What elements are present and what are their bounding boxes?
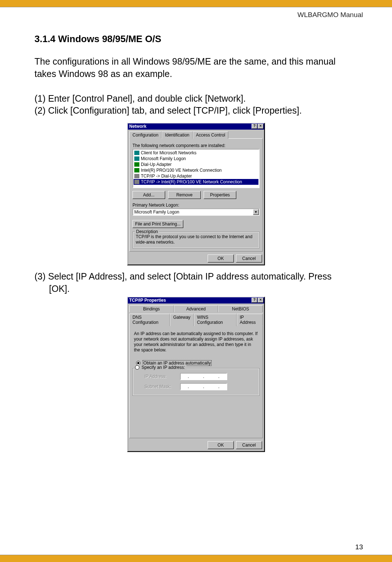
help-button[interactable]: ? — [252, 124, 257, 129]
radio-icon — [135, 365, 139, 370]
chevron-down-icon[interactable]: ▼ — [253, 209, 259, 215]
network-tabs: Configuration Identification Access Cont… — [128, 130, 264, 138]
tab-identification[interactable]: Identification — [162, 131, 192, 139]
list-item-label: Microsoft Family Logon — [141, 156, 186, 161]
specify-groupbox: Specify an IP address: IP Address: ... S… — [132, 368, 260, 396]
tcpip-tabs-row1: Bindings Advanced NetBIOS — [128, 304, 264, 312]
step-3-line1: (3) Select [IP Address], and select [Obt… — [34, 271, 331, 281]
network-title: Network — [129, 124, 146, 129]
section-heading: 3.1.4 Windows 98/95/ME O/S — [34, 33, 358, 45]
network-dialog: Network ? × Configuration Identification… — [127, 123, 265, 265]
subnet-mask-input[interactable]: ... — [180, 383, 227, 390]
tab-configuration[interactable]: Configuration — [129, 131, 162, 139]
description-groupbox: Description TCP/IP is the protocol you u… — [132, 232, 260, 248]
client-icon — [134, 151, 139, 155]
tcpip-dialog: TCP/IP Properties ? × Bindings Advanced … — [127, 297, 265, 452]
close-button[interactable]: × — [258, 124, 264, 129]
list-item-selected[interactable]: TCP/IP -> Intel(R) PRO/100 VE Network Co… — [134, 179, 258, 185]
radio-label: Specify an IP address: — [142, 365, 185, 370]
tab-netbios[interactable]: NetBIOS — [218, 305, 263, 312]
step-2: (2) Click [Configuration] tab, and selec… — [34, 105, 358, 117]
tcpip-title: TCP/IP Properties — [129, 298, 166, 303]
protocol-icon — [134, 180, 139, 184]
file-print-sharing-button[interactable]: File and Print Sharing... — [132, 220, 183, 228]
ip-explain-text: An IP address can be automatically assig… — [134, 331, 258, 353]
adapter-icon — [134, 168, 139, 172]
list-item[interactable]: Microsoft Family Logon — [134, 156, 258, 162]
tcpip-tabs-row2: DNS Configuration Gateway WINS Configura… — [128, 312, 264, 326]
cancel-button[interactable]: Cancel — [236, 254, 262, 262]
tab-access-control[interactable]: Access Control — [193, 131, 229, 139]
ip-address-label: IP Address: — [144, 374, 173, 379]
tcpip-titlebar: TCP/IP Properties ? × — [128, 297, 264, 304]
ok-button[interactable]: OK — [208, 254, 234, 262]
list-item[interactable]: Client for Microsoft Networks — [134, 150, 258, 156]
ipaddress-panel: An IP address can be automatically assig… — [129, 326, 263, 438]
radio-specify[interactable]: Specify an IP address: — [135, 365, 187, 370]
primary-logon-combo[interactable]: Microsoft Family Logon ▼ — [132, 208, 260, 216]
page-content: 3.1.4 Windows 98/95/ME O/S The configura… — [0, 7, 392, 452]
cancel-button[interactable]: Cancel — [236, 441, 262, 449]
list-item-label: TCP/IP -> Dial-Up Adapter — [141, 174, 192, 179]
tab-bindings[interactable]: Bindings — [129, 305, 174, 312]
description-legend: Description — [135, 229, 159, 234]
client-icon — [134, 156, 139, 161]
list-item-label: Client for Microsoft Networks — [141, 150, 196, 155]
step-3: (3) Select [IP Address], and select [Obt… — [34, 270, 358, 295]
network-titlebar: Network ? × — [128, 123, 264, 130]
ip-address-input[interactable]: ... — [180, 373, 227, 380]
remove-button[interactable]: Remove — [168, 191, 201, 199]
tab-advanced[interactable]: Advanced — [174, 305, 219, 312]
list-item[interactable]: Dial-Up Adapter — [134, 162, 258, 167]
adapter-icon — [134, 162, 139, 167]
close-button[interactable]: × — [258, 298, 264, 303]
primary-logon-label: Primary Network Logon: — [132, 203, 260, 208]
bottom-orange-bar — [0, 555, 392, 562]
list-item-label: Intel(R) PRO/100 VE Network Connection — [141, 168, 222, 173]
step-1: (1) Enter [Control Panel], and double cl… — [34, 93, 358, 105]
tab-gateway[interactable]: Gateway — [170, 314, 193, 326]
step-3-line2: [OK]. — [49, 284, 70, 294]
installed-label: The following network components are ins… — [132, 143, 260, 148]
subnet-mask-label: Subnet Mask: — [144, 384, 173, 389]
page-number: 13 — [355, 543, 363, 551]
description-text: TCP/IP is the protocol you use to connec… — [136, 234, 256, 245]
tab-ip-address[interactable]: IP Address — [237, 314, 263, 326]
configuration-panel: The following network components are ins… — [129, 138, 263, 252]
manual-title: WLBARGMO Manual — [297, 11, 363, 19]
intro-paragraph: The configurations in all Windows 98/95/… — [34, 56, 358, 80]
tab-dns-config[interactable]: DNS Configuration — [129, 314, 170, 326]
combo-value: Microsoft Family Logon — [133, 209, 253, 215]
list-item[interactable]: TCP/IP -> Dial-Up Adapter — [134, 173, 258, 179]
ok-button[interactable]: OK — [208, 441, 234, 449]
help-button[interactable]: ? — [252, 298, 257, 303]
list-item[interactable]: Intel(R) PRO/100 VE Network Connection — [134, 167, 258, 173]
properties-button[interactable]: Properties — [204, 191, 236, 199]
tab-wins-config[interactable]: WINS Configuration — [194, 314, 237, 326]
list-item-label: Dial-Up Adapter — [141, 162, 172, 167]
add-button[interactable]: Add... — [132, 191, 165, 199]
component-listbox[interactable]: Client for Microsoft Networks Microsoft … — [132, 149, 260, 188]
top-orange-bar — [0, 0, 392, 7]
protocol-icon — [134, 174, 139, 178]
list-item-label: TCP/IP -> Intel(R) PRO/100 VE Network Co… — [141, 179, 242, 184]
